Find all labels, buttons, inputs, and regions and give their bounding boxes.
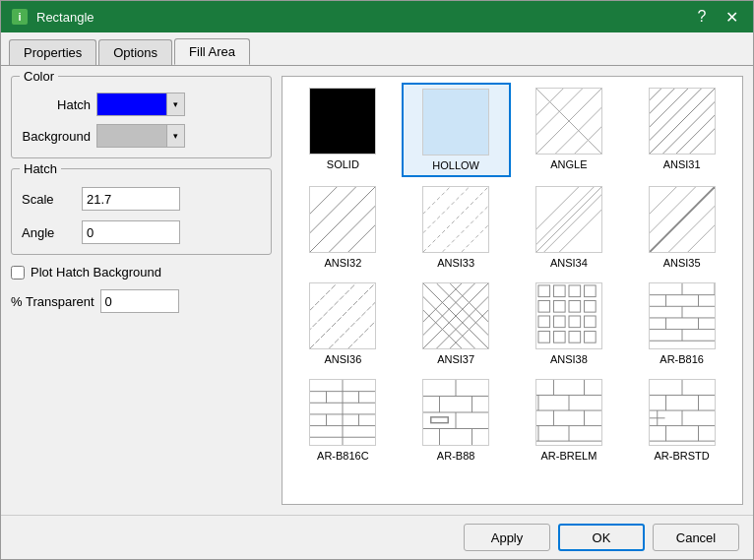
pattern-arbrelm-label: AR-BRELM	[540, 450, 597, 462]
tab-properties[interactable]: Properties	[9, 39, 96, 65]
pattern-ansi38-preview	[535, 282, 602, 349]
background-dropdown-arrow: ▾	[166, 125, 184, 147]
plot-hatch-checkbox[interactable]	[11, 266, 25, 280]
pattern-ansi36-preview	[309, 282, 376, 349]
pattern-arb816c-label: AR-B816C	[317, 450, 369, 462]
pattern-ansi38-label: ANSI38	[550, 353, 588, 365]
pattern-arbrstd-preview	[649, 379, 716, 446]
pattern-ansi32-preview	[309, 186, 376, 253]
transparent-row: % Transparent	[11, 289, 272, 313]
pattern-solid-preview	[309, 88, 376, 155]
hatch-group-title: Hatch	[20, 161, 61, 176]
hatch-color-swatch	[97, 93, 166, 115]
pattern-ansi36-label: ANSI36	[324, 353, 361, 365]
pattern-arbrelm[interactable]: AR-BRELM	[515, 374, 624, 467]
scale-input[interactable]	[82, 187, 180, 211]
angle-label: Angle	[22, 225, 76, 240]
pattern-angle[interactable]: ANGLE	[515, 83, 624, 177]
pattern-ansi32[interactable]: ANSI32	[288, 181, 398, 274]
app-icon: i	[11, 8, 29, 26]
close-button[interactable]: ✕	[720, 5, 743, 29]
pattern-angle-preview	[535, 88, 602, 155]
background-color-label: Background	[22, 129, 91, 144]
help-button[interactable]: ?	[690, 5, 714, 29]
hatch-dropdown-arrow: ▾	[166, 93, 184, 115]
pattern-arbrelm-preview	[535, 379, 602, 446]
pattern-ansi35-preview	[649, 186, 716, 253]
footer: Apply OK Cancel	[1, 515, 753, 559]
pattern-hollow-label: HOLLOW	[432, 159, 479, 171]
tab-options[interactable]: Options	[98, 39, 172, 65]
pattern-grid: SOLID HOLLOW	[283, 77, 742, 472]
pattern-ansi35[interactable]: ANSI35	[627, 181, 736, 274]
title-bar: i Rectangle ? ✕	[1, 1, 753, 32]
pattern-ansi36[interactable]: ANSI36	[288, 278, 398, 370]
pattern-ansi35-label: ANSI35	[663, 257, 701, 269]
pattern-ansi31-preview	[649, 88, 716, 155]
pattern-arb88-label: AR-B88	[437, 450, 475, 462]
hatch-color-dropdown[interactable]: ▾	[96, 93, 185, 116]
hatch-color-row: Hatch ▾	[22, 93, 261, 116]
pattern-arb816c[interactable]: AR-B816C	[288, 374, 398, 467]
pattern-ansi31-label: ANSI31	[663, 158, 701, 170]
cancel-button[interactable]: Cancel	[653, 524, 739, 551]
window: i Rectangle ? ✕ Properties Options Fill …	[0, 0, 754, 560]
hatch-group: Hatch Scale Angle	[11, 168, 272, 255]
pattern-hollow-preview	[422, 89, 489, 156]
pattern-angle-label: ANGLE	[550, 158, 587, 170]
pattern-ansi37-preview	[422, 282, 489, 349]
pattern-arb88[interactable]: AR-B88	[402, 374, 511, 467]
pattern-ansi37-label: ANSI37	[437, 353, 474, 365]
ok-button[interactable]: OK	[558, 524, 645, 551]
pattern-ansi34-preview	[535, 186, 602, 253]
pattern-ansi38[interactable]: ANSI38	[515, 278, 624, 370]
color-group: Color Hatch ▾ Background ▾	[11, 76, 272, 158]
pattern-arb816-label: AR-B816	[660, 353, 704, 365]
pattern-arbrstd-label: AR-BRSTD	[655, 450, 710, 462]
tab-bar: Properties Options Fill Area	[1, 32, 753, 66]
pattern-arbrstd[interactable]: AR-BRSTD	[627, 374, 736, 467]
transparent-input[interactable]	[100, 289, 179, 313]
pattern-panel[interactable]: SOLID HOLLOW	[282, 76, 743, 505]
scale-row: Scale	[22, 187, 261, 211]
pattern-solid-label: SOLID	[327, 158, 359, 170]
left-panel: Color Hatch ▾ Background ▾	[11, 76, 272, 505]
window-title: Rectangle	[36, 10, 690, 25]
angle-input[interactable]	[82, 220, 180, 244]
pattern-ansi33-label: ANSI33	[437, 257, 474, 269]
main-content: Color Hatch ▾ Background ▾	[1, 66, 753, 515]
pattern-solid[interactable]: SOLID	[288, 83, 398, 177]
color-group-title: Color	[20, 69, 58, 84]
background-color-swatch	[97, 125, 166, 147]
tab-fill-area[interactable]: Fill Area	[174, 38, 250, 65]
pattern-arb816-preview	[649, 282, 716, 349]
pattern-hollow[interactable]: HOLLOW	[402, 83, 511, 177]
pattern-arb88-preview	[422, 379, 489, 446]
title-bar-controls: ? ✕	[690, 5, 743, 29]
angle-row: Angle	[22, 220, 261, 244]
pattern-ansi34-label: ANSI34	[550, 257, 588, 269]
pattern-ansi31[interactable]: ANSI31	[627, 83, 736, 177]
plot-hatch-label: Plot Hatch Background	[31, 265, 161, 280]
scale-label: Scale	[22, 192, 76, 207]
pattern-ansi33[interactable]: ANSI33	[402, 181, 511, 274]
pattern-ansi34[interactable]: ANSI34	[515, 181, 624, 274]
pattern-ansi32-label: ANSI32	[324, 257, 361, 269]
apply-button[interactable]: Apply	[464, 524, 550, 551]
transparent-label: % Transparent	[11, 294, 94, 309]
hatch-color-label: Hatch	[22, 97, 91, 112]
background-color-dropdown[interactable]: ▾	[96, 124, 185, 148]
plot-hatch-row: Plot Hatch Background	[11, 265, 272, 280]
pattern-ansi37[interactable]: ANSI37	[402, 278, 511, 370]
svg-text:i: i	[18, 11, 21, 23]
pattern-arb816[interactable]: AR-B816	[627, 278, 736, 370]
pattern-ansi33-preview	[422, 186, 489, 253]
pattern-arb816c-preview	[309, 379, 376, 446]
background-color-row: Background ▾	[22, 124, 261, 148]
